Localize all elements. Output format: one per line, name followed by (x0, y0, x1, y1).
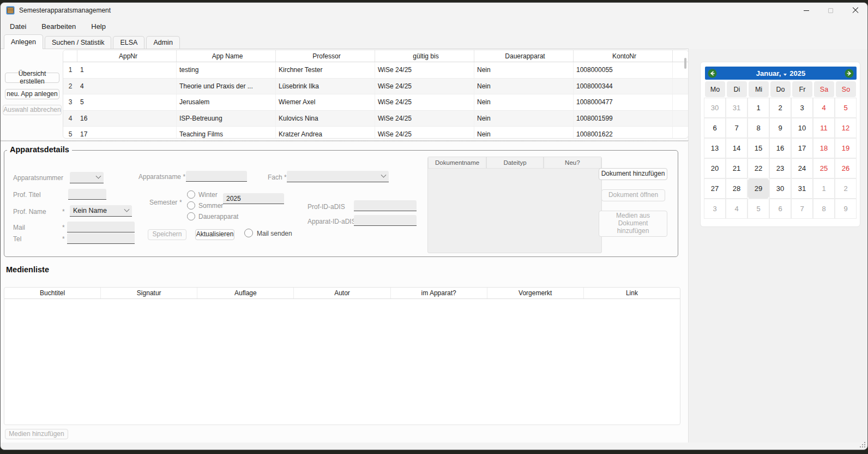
column-header-gueltig-bis[interactable]: gültig bis (375, 50, 474, 62)
tab-suchen-statistik[interactable]: Suchen / Statistik (45, 36, 112, 49)
column-header-autor[interactable]: Autor (294, 288, 390, 298)
calendar-next-month-button[interactable] (845, 69, 854, 78)
calendar-day[interactable]: 6 (704, 118, 726, 138)
calendar-day[interactable]: 8 (813, 199, 835, 219)
calendar-month[interactable]: Januar, (756, 69, 781, 77)
calendar-day[interactable]: 13 (704, 138, 726, 158)
calendar-day[interactable]: 2 (769, 98, 791, 118)
close-button[interactable] (843, 3, 867, 18)
calendar-day[interactable]: 5 (748, 199, 769, 219)
calendar-day[interactable]: 24 (791, 158, 813, 178)
splitter[interactable] (1, 140, 689, 142)
calendar-day[interactable]: 19 (835, 138, 857, 158)
aktualisieren-button[interactable]: Aktualisieren (195, 229, 234, 240)
calendar-day[interactable]: 31 (791, 178, 813, 199)
calendar-day[interactable]: 3 (791, 98, 813, 118)
column-header-vorgemerkt[interactable]: Vorgemerkt (487, 288, 584, 298)
column-header-dokumentname[interactable]: Dokumentname (428, 157, 486, 169)
column-header-neu[interactable]: Neu? (544, 157, 601, 169)
calendar-day[interactable]: 18 (813, 138, 835, 158)
calendar-day[interactable]: 20 (704, 158, 726, 178)
menu-datei[interactable]: Datei (2, 22, 34, 31)
tel-field[interactable] (67, 233, 135, 244)
mail-field[interactable] (67, 222, 135, 232)
medien-hinzufuegen-button[interactable]: Medien hinzufügen (5, 429, 68, 439)
winter-radio[interactable] (187, 190, 195, 199)
calendar-day[interactable]: 15 (748, 138, 769, 158)
uebersicht-erstellen-button[interactable]: Übersicht erstellen (5, 73, 59, 83)
column-header-auflage[interactable]: Auflage (197, 288, 294, 298)
calendar-day[interactable]: 3 (704, 199, 726, 219)
calendar-day[interactable]: 8 (748, 118, 769, 138)
column-header-professor[interactable]: Professor (276, 50, 375, 62)
maximize-button[interactable] (818, 3, 843, 18)
calendar-day[interactable]: 1 (813, 178, 835, 199)
menu-bearbeiten[interactable]: Bearbeiten (34, 22, 83, 31)
calendar-day[interactable]: 12 (835, 118, 857, 138)
fach-combobox[interactable] (287, 171, 389, 182)
prof-titel-field[interactable] (68, 189, 106, 200)
calendar-day[interactable]: 31 (726, 98, 748, 118)
table-row[interactable]: 2 4 Theorie und Praxis der ... Lüsebrink… (63, 79, 688, 95)
tab-anlegen[interactable]: Anlegen (4, 34, 43, 49)
calendar-day[interactable]: 17 (791, 138, 813, 158)
calendar-day[interactable]: 30 (704, 98, 726, 118)
calendar-day[interactable]: 30 (769, 178, 791, 199)
calendar-day[interactable]: 16 (769, 138, 791, 158)
calendar-day[interactable]: 26 (835, 158, 857, 178)
calendar-day[interactable]: 14 (726, 138, 748, 158)
tab-elsa[interactable]: ELSA (113, 36, 144, 49)
table-row[interactable]: 1 1 testing Kirchner Tester WiSe 24/25 N… (63, 62, 688, 79)
calendar-day[interactable]: 2 (835, 178, 857, 199)
prof-id-adis-field[interactable] (354, 200, 417, 211)
calendar-day[interactable]: 7 (726, 118, 748, 138)
column-header-link[interactable]: Link (584, 288, 680, 298)
dokument-oeffnen-button[interactable]: Dokument öffnen (601, 189, 665, 201)
table-row[interactable]: 3 5 Jerusalem Wiemer Axel WiSe 24/25 Nei… (63, 94, 688, 111)
table-scrollbar[interactable] (684, 58, 686, 69)
calendar-year[interactable]: 2025 (789, 69, 805, 77)
table-row[interactable]: 4 16 ISP-Betreuung Kulovics Nina WiSe 24… (63, 111, 688, 127)
speichern-button[interactable]: Speichern (148, 229, 186, 240)
column-header-appnr[interactable]: AppNr (77, 50, 177, 62)
column-header-signatur[interactable]: Signatur (101, 288, 197, 298)
menu-help[interactable]: Help (83, 22, 113, 31)
calendar-day[interactable]: 25 (813, 158, 835, 178)
calendar-day[interactable]: 1 (748, 98, 769, 118)
tab-admin[interactable]: Admin (146, 36, 179, 49)
calendar-day[interactable]: 21 (726, 158, 748, 178)
column-header-dateityp[interactable]: Dateityp (486, 157, 543, 169)
dokument-hinzufuegen-button[interactable]: Dokument hinzufügen (599, 168, 667, 180)
calendar-day[interactable]: 4 (813, 98, 835, 118)
calendar-day[interactable]: 10 (791, 118, 813, 138)
column-header-appname[interactable]: App Name (177, 50, 276, 62)
calendar-day[interactable]: 22 (748, 158, 769, 178)
column-header-kontonr[interactable]: KontoNr (574, 50, 673, 62)
calendar-day[interactable]: 9 (835, 199, 857, 219)
calendar-day[interactable]: 9 (769, 118, 791, 138)
apparatsname-field[interactable] (186, 171, 247, 182)
apparat-id-adis-field[interactable] (354, 215, 417, 226)
auswahl-abbrechen-button[interactable]: Auswahl abbrechen (3, 105, 62, 115)
calendar-day-selected[interactable]: 29 (748, 178, 769, 199)
calendar-day[interactable]: 6 (769, 199, 791, 219)
prof-name-combobox[interactable]: Kein Name (70, 205, 132, 217)
apparatsnummer-combobox[interactable] (70, 172, 104, 183)
calendar-day[interactable]: 23 (769, 158, 791, 178)
medien-aus-dokument-button[interactable]: Medien aus Dokument hinzufügen (599, 211, 667, 237)
minimize-button[interactable] (794, 3, 818, 18)
column-header-buchtitel[interactable]: Buchtitel (4, 288, 101, 298)
calendar-day[interactable]: 11 (813, 118, 835, 138)
calendar-day[interactable]: 5 (835, 98, 857, 118)
calendar-day[interactable]: 28 (726, 178, 748, 199)
calendar-day[interactable]: 7 (791, 199, 813, 219)
column-header-dauerapparat[interactable]: Dauerapparat (474, 50, 574, 62)
mail-senden-radio[interactable] (244, 229, 253, 237)
calendar-prev-month-button[interactable] (708, 69, 717, 78)
calendar-day[interactable]: 4 (726, 199, 748, 219)
dauerapparat-radio[interactable] (187, 212, 195, 220)
resize-grip[interactable] (859, 441, 865, 447)
neu-app-anlegen-button[interactable]: neu. App anlegen (5, 89, 59, 99)
semester-jahr-field[interactable] (223, 193, 284, 204)
calendar-day[interactable]: 27 (704, 178, 726, 199)
